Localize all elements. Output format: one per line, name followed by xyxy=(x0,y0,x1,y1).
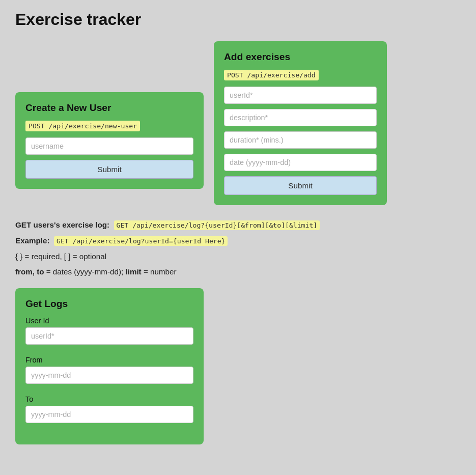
from-label: From xyxy=(25,356,193,364)
create-user-submit-button[interactable]: Submit xyxy=(25,160,193,179)
get-logs-to-input[interactable] xyxy=(25,406,193,423)
to-label: To xyxy=(25,395,193,403)
add-exercise-date-input[interactable] xyxy=(224,154,377,171)
get-logs-from-input[interactable] xyxy=(25,367,193,384)
add-exercise-userid-input[interactable] xyxy=(224,87,377,104)
example-endpoint-badge: GET /api/exercise/log?userId={userId Her… xyxy=(54,236,228,246)
get-logs-heading: Get Logs xyxy=(25,298,193,310)
add-exercise-submit-button[interactable]: Submit xyxy=(224,176,377,195)
top-section: Create a New User POST /api/exercise/new… xyxy=(15,41,461,205)
params-note-end: = number xyxy=(142,267,177,276)
from-field-group: From xyxy=(25,356,193,389)
get-logs-userid-input[interactable] xyxy=(25,327,193,345)
add-exercise-card: Add exercises POST /api/exercise/add Sub… xyxy=(214,41,387,205)
required-note: { } = required, [ ] = optional xyxy=(15,251,461,263)
example-line: Example: GET /api/exercise/log?userId={u… xyxy=(15,235,461,247)
create-user-heading: Create a New User xyxy=(25,102,193,114)
add-exercise-duration-input[interactable] xyxy=(224,131,377,149)
add-exercise-heading: Add exercises xyxy=(224,51,377,63)
get-logs-card: Get Logs User Id From To xyxy=(15,288,204,444)
log-endpoint-badge: GET /api/exercise/log?{userId}[&from][&t… xyxy=(114,220,320,230)
from-to-label: from, to xyxy=(15,267,44,276)
userid-label: User Id xyxy=(25,317,193,325)
to-field-group: To xyxy=(25,395,193,428)
log-info-label: GET users's exercise log: xyxy=(15,220,109,229)
params-note-middle: = dates (yyyy-mm-dd); xyxy=(44,267,126,276)
params-note: from, to = dates (yyyy-mm-dd); limit = n… xyxy=(15,266,461,278)
info-section: GET users's exercise log: GET /api/exerc… xyxy=(15,219,461,278)
limit-label: limit xyxy=(125,267,141,276)
log-info-line: GET users's exercise log: GET /api/exerc… xyxy=(15,219,461,231)
page-title: Exercise tracker xyxy=(15,10,461,29)
add-exercise-description-input[interactable] xyxy=(224,109,377,126)
create-user-card: Create a New User POST /api/exercise/new… xyxy=(15,92,204,189)
username-input[interactable] xyxy=(25,137,193,155)
add-exercise-endpoint: POST /api/exercise/add xyxy=(224,70,319,80)
create-user-endpoint: POST /api/exercise/new-user xyxy=(25,121,140,131)
example-label: Example: xyxy=(15,236,50,245)
userid-field-group: User Id xyxy=(25,317,193,350)
